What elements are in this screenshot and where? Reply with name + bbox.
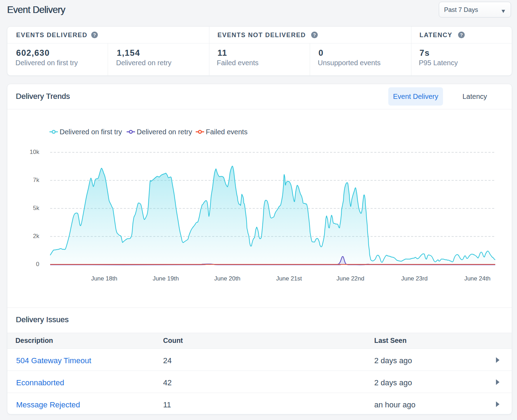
svg-text:June 22nd: June 22nd [336,275,364,282]
svg-text:?: ? [313,32,316,38]
svg-text:0: 0 [36,261,39,267]
svg-text:June 21st: June 21st [276,275,302,282]
svg-text:June 23rd: June 23rd [401,275,428,282]
svg-text:2k: 2k [33,233,39,239]
svg-text:5k: 5k [33,205,39,211]
svg-text:June 24th: June 24th [464,275,491,282]
svg-text:?: ? [460,32,463,38]
svg-text:7k: 7k [33,177,39,183]
svg-text:10k: 10k [30,149,40,155]
svg-text:June 19th: June 19th [153,275,179,282]
svg-text:June 20th: June 20th [214,275,241,282]
svg-text:June 18th: June 18th [91,275,118,282]
svg-text:?: ? [93,32,96,38]
